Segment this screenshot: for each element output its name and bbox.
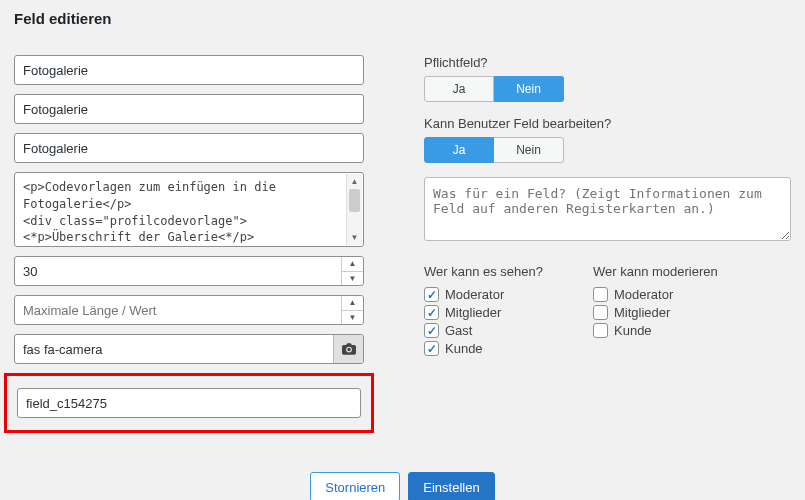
field-input-1[interactable] — [14, 55, 364, 85]
editable-no-button[interactable]: Nein — [494, 137, 564, 163]
checkbox[interactable] — [593, 323, 608, 338]
field-key-input[interactable] — [17, 388, 361, 418]
left-column: ▲ ▼ ▲▼ ▲▼ — [14, 55, 364, 442]
required-toggle[interactable]: Ja Nein — [424, 76, 791, 102]
perm-mod-column: Wer kann moderieren Moderator Mitglieder… — [593, 264, 718, 359]
checkbox[interactable] — [424, 323, 439, 338]
footer-buttons: Stornieren Einstellen — [14, 472, 791, 500]
field-input-2[interactable] — [14, 94, 364, 124]
checkbox[interactable] — [593, 305, 608, 320]
editable-toggle[interactable]: Ja Nein — [424, 137, 791, 163]
highlighted-field-key-row — [4, 373, 374, 433]
number-input-1[interactable] — [14, 256, 364, 286]
code-textarea[interactable] — [15, 173, 363, 243]
step-up-icon[interactable]: ▲ — [342, 296, 363, 311]
maxlen-input[interactable] — [14, 295, 364, 325]
checkbox[interactable] — [593, 287, 608, 302]
scroll-down-icon[interactable]: ▼ — [347, 230, 362, 245]
checkbox-label: Mitglieder — [445, 305, 501, 320]
required-no-button[interactable]: Nein — [494, 76, 564, 102]
number-stepper[interactable]: ▲▼ — [341, 257, 363, 285]
perm-mod-title: Wer kann moderieren — [593, 264, 718, 279]
step-up-icon[interactable]: ▲ — [342, 257, 363, 272]
checkbox[interactable] — [424, 341, 439, 356]
editable-label: Kann Benutzer Feld bearbeiten? — [424, 116, 791, 131]
checkbox[interactable] — [424, 287, 439, 302]
checkbox[interactable] — [424, 305, 439, 320]
required-yes-button[interactable]: Ja — [424, 76, 494, 102]
camera-icon — [342, 343, 356, 355]
perm-see-column: Wer kann es sehen? Moderator Mitglieder … — [424, 264, 543, 359]
checkbox-label: Kunde — [614, 323, 652, 338]
cancel-button[interactable]: Stornieren — [310, 472, 400, 500]
right-column: Pflichtfeld? Ja Nein Kann Benutzer Feld … — [424, 55, 791, 442]
step-down-icon[interactable]: ▼ — [342, 272, 363, 286]
checkbox-label: Moderator — [445, 287, 504, 302]
checkbox-label: Kunde — [445, 341, 483, 356]
checkbox-label: Mitglieder — [614, 305, 670, 320]
icon-preview — [333, 335, 363, 363]
page-title: Feld editieren — [14, 10, 791, 27]
required-label: Pflichtfeld? — [424, 55, 791, 70]
description-textarea[interactable] — [424, 177, 791, 241]
checkbox-label: Gast — [445, 323, 472, 338]
textarea-scrollbar[interactable]: ▲ ▼ — [346, 174, 362, 245]
number-stepper[interactable]: ▲▼ — [341, 296, 363, 324]
checkbox-label: Moderator — [614, 287, 673, 302]
submit-button[interactable]: Einstellen — [408, 472, 494, 500]
step-down-icon[interactable]: ▼ — [342, 311, 363, 325]
editable-yes-button[interactable]: Ja — [424, 137, 494, 163]
field-input-3[interactable] — [14, 133, 364, 163]
perm-see-title: Wer kann es sehen? — [424, 264, 543, 279]
icon-class-input[interactable] — [14, 334, 364, 364]
scroll-up-icon[interactable]: ▲ — [347, 174, 362, 189]
